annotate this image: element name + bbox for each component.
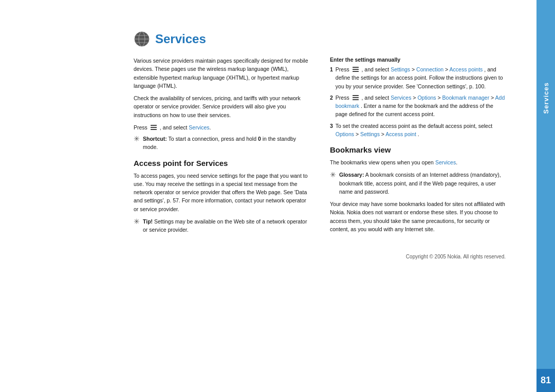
intro-para2: Check the availability of services, pric… [134,94,309,119]
bookmarks-para2: Your device may have some bookmarks load… [330,200,506,233]
step-3: 3 To set the created access point as the… [330,122,506,139]
tip-text: Tip! Settings may be available on the We… [143,217,309,234]
step2-services-link[interactable]: Services [391,95,411,101]
press-line: Press , and select Services. [134,123,309,132]
svg-rect-11 [353,71,359,72]
step-1: 1 Press , and select Set [330,65,506,90]
svg-rect-14 [353,99,359,100]
services-link-intro[interactable]: Services [189,124,209,130]
access-point-heading: Access point for Services [134,159,309,167]
shortcut-text: Shortcut: To start a connection, press a… [143,135,309,152]
glossary-text: Glossary: A bookmark consists of an Inte… [339,171,506,196]
step2-options-link[interactable]: Options [417,95,436,101]
shortcut-icon: ✳ [134,135,140,142]
step1-access-link[interactable]: Access points [450,66,483,72]
menu-icon-step1 [352,66,359,73]
menu-icon [150,124,157,131]
page-title: Services [155,32,206,46]
page-header: Services [134,31,506,47]
svg-rect-6 [151,125,157,126]
enter-settings-heading: Enter the settings manually [330,57,506,63]
shortcut-note: ✳ Shortcut: To start a connection, press… [134,135,309,152]
step3-settings-link[interactable]: Settings [360,131,380,137]
left-column: Various service providers maintain pages… [134,57,309,238]
press-text: Press [134,124,147,130]
intro-para1: Various service providers maintain pages… [134,57,309,90]
svg-rect-10 [353,69,359,70]
globe-icon [134,31,150,47]
glossary-icon: ✳ [330,171,336,178]
step2-bookmark-mgr-link[interactable]: Bookmark manager [442,95,490,101]
bookmarks-para1: The bookmarks view opens when you open S… [330,158,506,166]
tip-icon: ✳ [134,218,140,225]
glossary-note: ✳ Glossary: A bookmark consists of an In… [330,171,506,196]
access-point-para1: To access pages, you need service settin… [134,172,309,213]
svg-rect-8 [151,129,157,130]
step-2: 2 Press , and select Ser [330,94,506,119]
bookmarks-heading: Bookmarks view [330,145,506,154]
step1-settings-link[interactable]: Settings [391,66,410,72]
right-column: Enter the settings manually 1 Press [330,57,506,238]
svg-rect-13 [353,97,359,98]
svg-rect-7 [151,127,157,128]
right-tab: Services 81 [536,0,555,392]
step1-connection-link[interactable]: Connection [416,66,443,72]
tab-label: Services [542,82,550,114]
step3-options-link[interactable]: Options [336,131,354,137]
steps-list: 1 Press , and select Set [330,65,506,138]
svg-rect-12 [353,95,359,96]
press-select: , and select [160,124,188,130]
page-number: 81 [536,369,555,392]
services-link-bookmarks[interactable]: Services [435,159,456,165]
step3-access-point-link[interactable]: Access point [385,131,416,137]
svg-rect-9 [353,67,359,68]
copyright: Copyright © 2005 Nokia. All rights reser… [134,254,506,259]
tip-note: ✳ Tip! Settings may be available on the … [134,217,309,234]
menu-icon-step2 [352,94,359,101]
